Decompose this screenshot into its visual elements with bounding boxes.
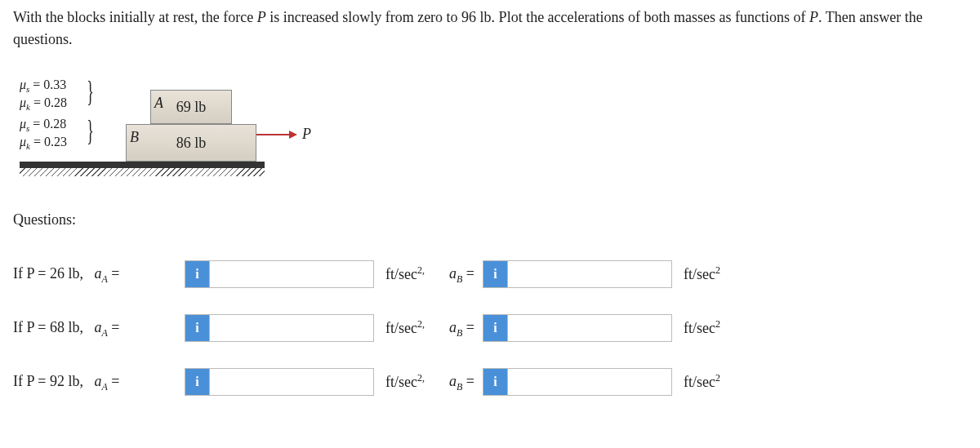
answer-input-aA-2[interactable] [210,315,373,341]
question-row: If P = 26 lb, aA = i ft/sec2, aB = i ft/… [13,260,967,288]
answer-input-aB-1[interactable] [508,261,671,287]
unit-label: ft/sec2, [385,370,425,393]
answer-input-aA-1[interactable] [210,261,373,287]
unit-label: ft/sec2 [684,317,720,339]
input-aA-2[interactable]: i [185,314,374,342]
p-condition: If P = 92 lb, [13,373,83,389]
p-condition: If P = 68 lb, [13,319,83,335]
info-icon[interactable]: i [185,369,210,395]
unit-label: ft/sec2, [385,317,425,339]
input-aA-1[interactable]: i [185,260,374,288]
block-a-weight: 69 lb [176,96,207,118]
input-aB-1[interactable]: i [483,260,672,288]
ground-hatching [20,168,265,176]
info-icon[interactable]: i [483,369,508,395]
info-icon[interactable]: i [185,261,210,287]
blocks-diagram: μs = 0.33 μk = 0.28 } μs = 0.28 μk = 0.2… [20,70,314,168]
block-b-weight: 86 lb [176,132,207,154]
block-b-label: B [130,126,139,149]
problem-statement: With the blocks initially at rest, the f… [13,7,967,51]
mu-values-block-b: μs = 0.28 μk = 0.23 } [20,116,67,153]
p-condition: If P = 26 lb, [13,265,83,282]
info-icon[interactable]: i [185,315,210,341]
input-aB-2[interactable]: i [483,314,672,342]
answer-input-aB-3[interactable] [508,369,671,395]
answer-input-aB-2[interactable] [508,315,671,341]
force-symbol-2: P [809,9,818,25]
problem-text-part1: With the blocks initially at rest, the f… [13,9,257,25]
info-icon[interactable]: i [483,261,508,287]
ground-surface [20,162,265,168]
unit-label: ft/sec2 [684,370,720,393]
input-aB-3[interactable]: i [483,368,672,396]
force-arrow: P [256,123,311,145]
force-symbol: P [257,9,266,25]
question-row: If P = 92 lb, aA = i ft/sec2, aB = i ft/… [13,368,967,396]
force-label: P [302,123,311,145]
block-a-label: A [154,92,163,114]
question-row: If P = 68 lb, aA = i ft/sec2, aB = i ft/… [13,314,967,342]
problem-text-part2: is increased slowly from zero to 96 lb. … [266,9,809,25]
answer-input-aA-3[interactable] [210,369,373,395]
questions-heading: Questions: [13,209,967,231]
block-a: A 69 lb [150,90,232,124]
info-icon[interactable]: i [483,315,508,341]
mu-values-block-a: μs = 0.33 μk = 0.28 } [20,77,67,113]
unit-label: ft/sec2, [385,263,425,286]
block-b: B 86 lb [126,124,256,162]
input-aA-3[interactable]: i [185,368,374,396]
unit-label: ft/sec2 [684,263,720,286]
